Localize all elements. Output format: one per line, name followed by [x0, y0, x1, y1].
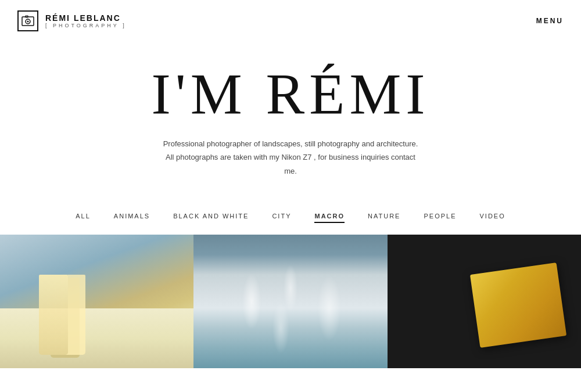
filter-video[interactable]: VIDEO: [479, 213, 505, 223]
logo-subtitle: [ PHOTOGRAPHY ]: [45, 23, 127, 28]
gallery-item-dark-yellow[interactable]: [388, 235, 581, 368]
logo-name: RÉMI LEBLANC: [45, 13, 127, 23]
site-header: RÉMI LEBLANC [ PHOTOGRAPHY ] MENU: [0, 0, 581, 42]
menu-button[interactable]: MENU: [536, 17, 564, 25]
filter-black-and-white[interactable]: BLACK AND WHITE: [173, 213, 249, 223]
gallery-grid: [0, 235, 581, 392]
filter-city[interactable]: CITY: [272, 213, 291, 223]
svg-point-3: [27, 21, 29, 23]
filter-macro[interactable]: MACRO: [314, 213, 345, 223]
hero-description: Professional photographer of landscapes,…: [163, 137, 418, 178]
filter-people[interactable]: PEOPLE: [424, 213, 456, 223]
filter-nav: ALL ANIMALS BLACK AND WHITE CITY MACRO N…: [0, 195, 581, 235]
gallery-item-champagne[interactable]: [0, 235, 193, 368]
filter-all[interactable]: ALL: [76, 213, 91, 223]
hero-section: I'M RÉMI Professional photographer of la…: [0, 42, 581, 195]
filter-animals[interactable]: ANIMALS: [114, 213, 150, 223]
logo-icon: [17, 10, 38, 31]
logo-area[interactable]: RÉMI LEBLANC [ PHOTOGRAPHY ]: [17, 10, 127, 31]
hero-title: I'M RÉMI: [12, 65, 569, 123]
logo-text: RÉMI LEBLANC [ PHOTOGRAPHY ]: [45, 13, 127, 29]
filter-nature[interactable]: NATURE: [368, 213, 400, 223]
gallery-item-frost[interactable]: [193, 235, 387, 368]
